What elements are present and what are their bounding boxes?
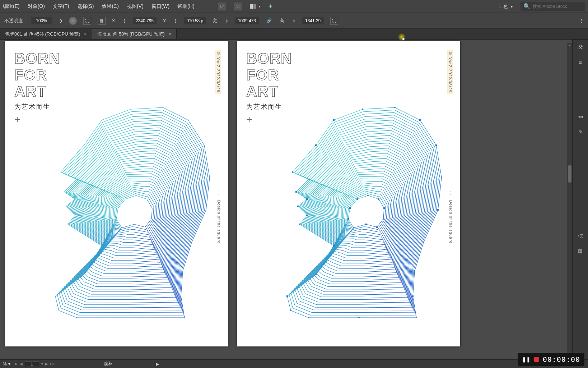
tab-label: 色卡001.ai @ 45% (RGB/GPU 预览) <box>5 31 80 37</box>
svg-rect-6 <box>299 224 300 225</box>
svg-rect-1 <box>308 317 309 318</box>
w-stepper[interactable]: ▴▾ <box>226 18 228 23</box>
zoom-dropdown[interactable]: %▾ <box>3 362 10 367</box>
svg-rect-9 <box>306 198 308 200</box>
svg-rect-24 <box>416 317 417 318</box>
panel-menu-icon[interactable]: ⋮ <box>579 18 584 23</box>
svg-rect-4 <box>315 274 317 275</box>
canvas-area[interactable]: BORN FOR ART 为艺术而生 + © YooZ 2022/08/29 ·… <box>0 40 572 359</box>
opacity-value[interactable]: 100% <box>31 17 52 24</box>
menu-effect[interactable]: 效果(C) <box>102 3 118 10</box>
svg-rect-29 <box>356 198 358 200</box>
scale-stroke-icon[interactable]: ⛶ <box>330 17 338 25</box>
menu-view[interactable]: 视图(V) <box>127 3 144 10</box>
opacity-label: 不透明度: <box>4 18 24 24</box>
poster-design-label: · · · Design of the square <box>217 188 221 244</box>
svg-rect-0 <box>358 317 360 318</box>
opacity-dropdown-icon[interactable]: ❯ <box>60 19 62 23</box>
svg-rect-13 <box>315 144 317 146</box>
artboard-2[interactable]: BORN FOR ART 为艺术而生 + © YooZ 2022/08/29 ·… <box>237 41 460 346</box>
brushes-icon[interactable]: ✎ <box>576 127 585 136</box>
artboard-number-input[interactable] <box>25 361 39 367</box>
svg-rect-19 <box>441 177 442 178</box>
transform-bbox-icon[interactable]: ⛶ <box>83 17 91 25</box>
menu-edit[interactable]: 编辑(E) <box>3 3 20 10</box>
expand-panel-icon[interactable]: ◂◂ <box>576 112 585 121</box>
first-artboard-icon[interactable]: ⏮ <box>14 362 18 366</box>
poster-title-line1: BORN <box>246 50 292 67</box>
svg-rect-22 <box>414 270 415 272</box>
y-label: Y: <box>163 18 167 23</box>
scroll-up-icon[interactable]: ▴ <box>567 43 572 48</box>
pause-button[interactable]: ❚❚ <box>522 356 531 362</box>
arrange-documents-icon[interactable]: ▾ <box>250 4 260 9</box>
recolor-icon[interactable] <box>69 17 77 25</box>
svg-rect-31 <box>378 198 379 200</box>
right-panel-dock: 🛠 ≡ ◂◂ ✎ ↕ 变 ▦ <box>572 40 588 359</box>
tool-hint: 魔棒 <box>104 361 113 367</box>
scroll-thumb[interactable] <box>568 165 571 183</box>
pathfinder-icon[interactable]: ▦ <box>576 247 585 255</box>
svg-rect-7 <box>306 215 308 216</box>
svg-rect-23 <box>412 295 414 297</box>
libraries-icon[interactable]: ≡ <box>576 58 585 67</box>
bridge-icon[interactable]: Br <box>218 3 226 10</box>
next-artboard-icon[interactable]: ▶ <box>45 362 48 366</box>
poster-design-label: · · · Design of the square <box>449 188 453 244</box>
artboard-dropdown-icon[interactable]: ▾ <box>41 362 43 366</box>
y-value[interactable]: 910.58 p <box>184 17 206 24</box>
properties-panel-icon[interactable]: 🛠 <box>576 43 585 52</box>
menu-type[interactable]: 文字(T) <box>53 3 69 10</box>
h-label: 高: <box>280 18 286 24</box>
record-button[interactable] <box>534 357 539 362</box>
svg-rect-34 <box>376 226 378 228</box>
poster-artwork[interactable] <box>41 73 213 318</box>
x-value[interactable]: 2340.795 <box>133 17 157 24</box>
svg-rect-32 <box>383 207 385 209</box>
search-stock-input[interactable]: 🔍 <box>521 2 585 11</box>
menu-window[interactable]: 窗口(W) <box>151 3 170 10</box>
prev-artboard-icon[interactable]: ◀ <box>20 362 23 366</box>
svg-rect-10 <box>295 191 297 193</box>
x-label: X: <box>112 18 116 23</box>
tab-color-card[interactable]: 色卡001.ai @ 45% (RGB/GPU 预览) × <box>0 29 92 39</box>
options-bar: 不透明度: 100% ❯ ⛶ ▦ X: ▴▾ 2340.795 Y: ▴▾ 91… <box>0 13 588 29</box>
link-wh-icon[interactable]: 🔗 <box>265 17 273 25</box>
w-value[interactable]: 1009.473 <box>235 17 259 24</box>
svg-rect-8 <box>297 206 299 207</box>
search-field[interactable] <box>533 4 583 9</box>
svg-rect-17 <box>419 119 421 121</box>
search-icon: 🔍 <box>523 3 531 10</box>
status-play-icon[interactable]: ▶ <box>156 362 159 367</box>
align-panel-icon[interactable]: ▦ <box>98 17 106 25</box>
svg-rect-26 <box>353 227 354 229</box>
h-stepper[interactable]: ▴▾ <box>293 18 295 23</box>
menu-help[interactable]: 帮助(H) <box>177 3 194 10</box>
status-bar: %▾ ⏮ ◀ ▾ ▶ ⏭ 魔棒 ▶ <box>0 359 588 368</box>
tab-poster[interactable]: 海报.ai @ 50% (RGB/GPU 预览) × <box>92 29 177 39</box>
color-mode-label[interactable]: 上色 ▾ <box>499 3 513 10</box>
svg-rect-16 <box>394 107 396 108</box>
svg-rect-12 <box>292 171 293 173</box>
menu-select[interactable]: 选择(S) <box>77 3 94 10</box>
poster-title-line1: BORN <box>14 50 60 67</box>
vertical-scrollbar[interactable]: ▴ ▾ <box>567 43 572 359</box>
close-icon[interactable]: × <box>84 31 87 37</box>
gpu-icon[interactable]: ✦ <box>268 3 273 10</box>
poster-artwork-selected[interactable] <box>273 73 445 318</box>
artboard-navigation: ⏮ ◀ ▾ ▶ ⏭ <box>14 361 54 367</box>
last-artboard-icon[interactable]: ⏭ <box>50 362 54 366</box>
recorder-time: 00:00:00 <box>543 355 580 364</box>
poster-copyright: © YooZ 2022/08/29 <box>447 50 453 94</box>
close-icon[interactable]: × <box>168 31 171 37</box>
artboard-1[interactable]: BORN FOR ART 为艺术而生 + © YooZ 2022/08/29 ·… <box>5 41 228 346</box>
svg-rect-5 <box>333 245 335 247</box>
transform-panel-icon[interactable]: ↕ 变 <box>576 231 585 240</box>
stock-icon[interactable]: St <box>234 3 242 10</box>
menu-object[interactable]: 对象(O) <box>28 3 45 10</box>
svg-rect-33 <box>383 218 384 220</box>
tab-label: 海报.ai @ 50% (RGB/GPU 预览) <box>97 31 165 37</box>
h-value[interactable]: 1341.29 <box>302 17 324 24</box>
y-stepper[interactable]: ▴▾ <box>175 18 176 23</box>
x-stepper[interactable]: ▴▾ <box>124 18 125 23</box>
